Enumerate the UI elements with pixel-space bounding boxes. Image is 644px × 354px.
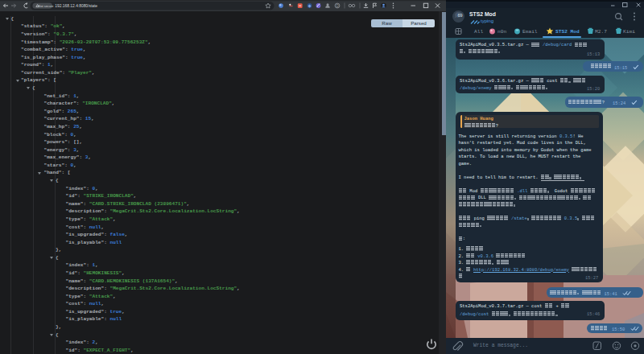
- svg-text:69: 69: [458, 13, 463, 18]
- svg-text:Not secure: Not secure: [39, 4, 54, 8]
- svg-text:192.168.12.4:8080/state: 192.168.12.4:8080/state: [55, 4, 97, 8]
